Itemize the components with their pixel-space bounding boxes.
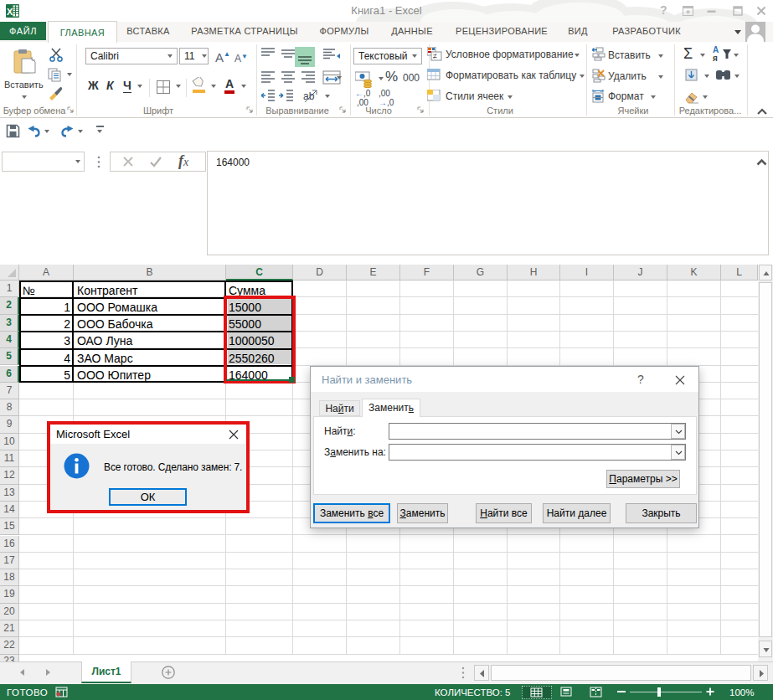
svg-text:ab: ab: [303, 90, 315, 102]
svg-text:≠: ≠: [433, 52, 437, 60]
